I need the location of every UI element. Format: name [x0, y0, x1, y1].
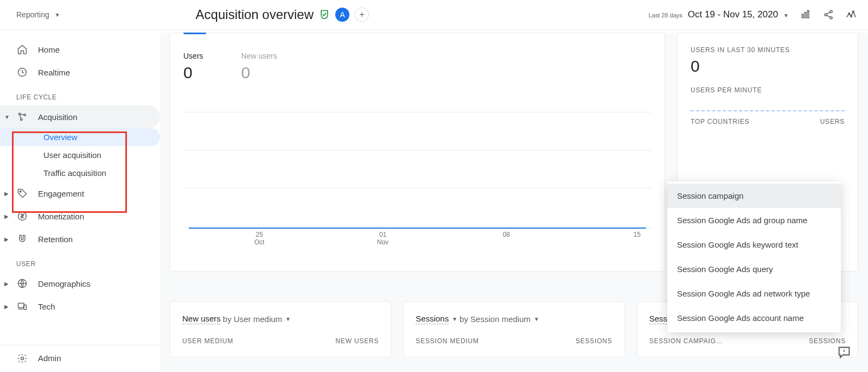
axis-tick-minor: Nov: [372, 238, 394, 246]
nav-acquisition-label: Acquisition: [38, 112, 78, 122]
metric-newusers-label: New users: [241, 52, 277, 60]
gear-icon: [16, 352, 28, 364]
add-comparison-button[interactable]: +: [355, 8, 369, 22]
chart-line-series: [189, 228, 646, 229]
users-line-chart: 25Oct 01Nov 08 15: [183, 98, 652, 239]
svg-rect-1: [805, 12, 806, 18]
axis-tick: 08: [495, 231, 517, 238]
axis-tick-minor: Oct: [248, 238, 270, 246]
menu-item[interactable]: Session Google Ads ad group name: [667, 208, 841, 232]
menu-item[interactable]: Session Google Ads keyword text: [667, 232, 841, 257]
verified-shield-icon[interactable]: [319, 9, 330, 20]
menu-item[interactable]: Session Google Ads query: [667, 257, 841, 281]
svg-point-12: [21, 118, 22, 120]
acquisition-icon: [16, 111, 28, 123]
section-life-cycle: LIFE CYCLE: [0, 84, 160, 105]
page-title: Acquisition overview: [196, 7, 314, 22]
chevron-down-icon[interactable]: ▼: [285, 316, 291, 322]
metric-newusers-value: 0: [241, 64, 277, 82]
metric-tab-new-users[interactable]: New users 0: [241, 52, 277, 82]
svg-point-6: [848, 13, 850, 15]
nav-demographics-label: Demographics: [38, 279, 91, 288]
col-header-right: SESSIONS: [809, 337, 846, 345]
reporting-label: Reporting: [16, 10, 49, 19]
active-tab-indicator: [183, 33, 206, 34]
menu-item[interactable]: Session campaign: [667, 184, 841, 208]
nav-retention[interactable]: ▶ Retention: [0, 228, 160, 250]
chevron-right-icon: ▶: [4, 213, 9, 219]
chevron-down-icon: ▼: [783, 12, 789, 18]
col-header-left: SESSION MEDIUM: [416, 337, 479, 345]
svg-rect-17: [24, 305, 27, 310]
nav-tech[interactable]: ▶ Tech: [0, 295, 160, 318]
share-icon[interactable]: [822, 9, 834, 21]
page-title-group: Acquisition overview A +: [196, 7, 369, 22]
reporting-dropdown[interactable]: Reporting ▼: [16, 10, 60, 19]
audience-chip[interactable]: A: [335, 8, 349, 22]
chevron-down-icon: ▼: [55, 12, 60, 18]
nav-user-acquisition[interactable]: User acquisition: [0, 146, 160, 164]
top-countries-header: TOP COUNTRIES: [691, 118, 750, 125]
nav-monetization[interactable]: ▶ Monetization: [0, 205, 160, 228]
metric-selector[interactable]: New users: [182, 314, 221, 324]
nav-tech-label: Tech: [38, 302, 55, 311]
users-per-minute-label: USERS PER MINUTE: [691, 86, 845, 94]
top-header: Reporting ▼ Acquisition overview A + Las…: [0, 0, 868, 30]
users-30min-value: 0: [691, 57, 845, 75]
nav-admin[interactable]: Admin: [0, 345, 160, 371]
svg-point-8: [852, 11, 854, 12]
feedback-button[interactable]: [837, 345, 853, 360]
globe-icon: [16, 278, 28, 289]
sessions-by-medium-card: Sessions ▼ by Session medium ▼ SESSION M…: [403, 301, 624, 357]
date-range-selector[interactable]: Last 28 days Oct 19 - Nov 15, 2020 ▼: [648, 9, 789, 20]
axis-tick: 25: [248, 231, 270, 238]
nav-monetization-label: Monetization: [38, 212, 84, 221]
nav-home-label: Home: [38, 45, 60, 54]
clock-icon: [16, 66, 28, 78]
metric-selector[interactable]: Sessions: [416, 314, 449, 324]
home-icon: [16, 43, 28, 55]
nav-realtime-label: Realtime: [38, 68, 70, 77]
dimension-dropdown-menu: Session campaign Session Google Ads ad g…: [667, 181, 841, 332]
edit-report-icon[interactable]: [800, 9, 812, 21]
chevron-right-icon: ▶: [4, 304, 9, 310]
svg-point-11: [24, 114, 25, 116]
metric-users-value: 0: [183, 64, 203, 82]
metric-tab-users[interactable]: Users 0: [183, 52, 203, 82]
chevron-down-icon[interactable]: ▼: [534, 316, 539, 322]
users-30min-label: USERS IN LAST 30 MINUTES: [691, 46, 845, 54]
col-header-left: SESSION CAMPAIG…: [649, 337, 723, 345]
menu-item[interactable]: Session Google Ads account name: [667, 306, 841, 330]
nav-acquisition[interactable]: ▼ Acquisition: [0, 105, 160, 128]
nav-realtime[interactable]: Realtime: [0, 61, 160, 84]
divider: [691, 110, 845, 111]
chevron-right-icon: ▶: [4, 236, 9, 242]
svg-point-13: [20, 191, 21, 192]
insights-icon[interactable]: [845, 9, 857, 21]
nav-acquisition-overview[interactable]: Overview: [0, 128, 160, 146]
menu-item[interactable]: Session Google Ads ad network type: [667, 281, 841, 306]
col-header-right: NEW USERS: [335, 337, 379, 345]
axis-tick: 01: [372, 231, 394, 238]
svg-point-10: [18, 113, 20, 115]
col-header-left: USER MEDIUM: [182, 337, 233, 345]
metric-users-label: Users: [183, 52, 203, 60]
dimension-label: by Session medium: [459, 314, 531, 324]
nav-traffic-acquisition[interactable]: Traffic acquisition: [0, 164, 160, 182]
nav-demographics[interactable]: ▶ Demographics: [0, 272, 160, 295]
chart-x-axis: 25Oct 01Nov 08 15: [248, 231, 641, 246]
chevron-down-icon[interactable]: ▼: [452, 316, 457, 322]
left-nav: Home Realtime LIFE CYCLE ▼ Acquisition O…: [0, 30, 160, 372]
nav-engagement[interactable]: ▶ Engagement: [0, 182, 160, 205]
magnet-icon: [16, 233, 28, 245]
axis-tick: 15: [619, 231, 641, 238]
section-user: USER: [0, 250, 160, 272]
col-header-right: SESSIONS: [576, 337, 612, 345]
nav-home[interactable]: Home: [0, 38, 160, 61]
nav-engagement-label: Engagement: [38, 189, 84, 198]
svg-point-7: [851, 15, 852, 17]
devices-icon: [16, 300, 28, 312]
chevron-right-icon: ▶: [4, 191, 9, 197]
tag-icon: [16, 187, 28, 199]
date-preset-label: Last 28 days: [648, 12, 682, 18]
